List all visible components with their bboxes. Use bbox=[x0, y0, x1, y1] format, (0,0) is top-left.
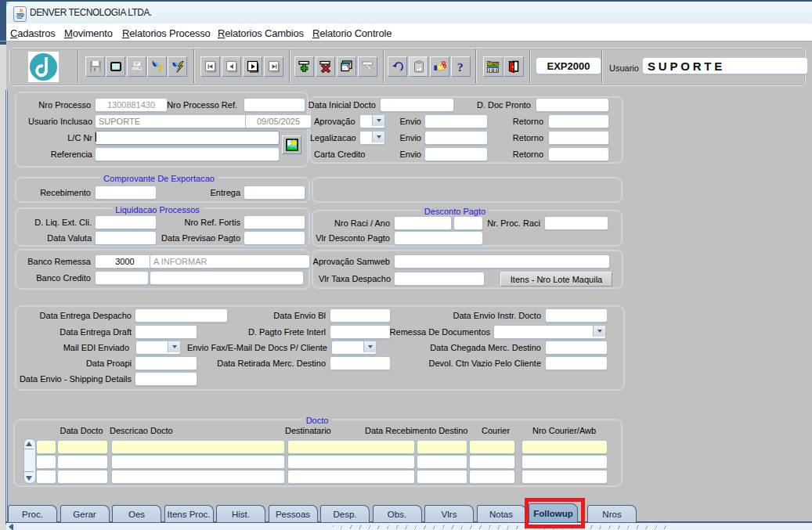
svg-text:Menu: Menu bbox=[487, 61, 499, 67]
svg-text:?: ? bbox=[457, 61, 464, 74]
svg-text:?: ? bbox=[157, 63, 163, 73]
